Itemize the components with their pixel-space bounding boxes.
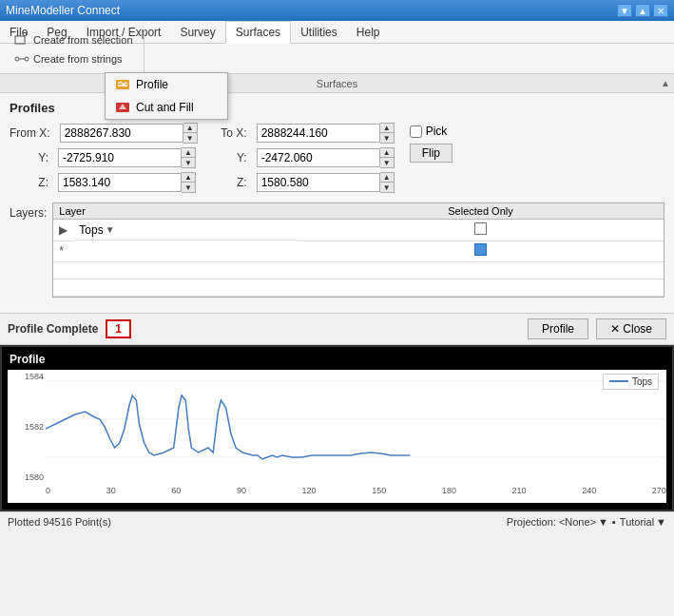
to-x-up[interactable]: ▲ (380, 124, 394, 133)
from-x-down[interactable]: ▼ (183, 133, 197, 143)
profile-menu-item[interactable]: Profile (106, 73, 227, 96)
from-x-input-group: ▲ ▼ (60, 123, 198, 144)
asterisk-checkbox[interactable] (474, 243, 487, 256)
from-y-down[interactable]: ▼ (182, 158, 195, 167)
layers-table-container: Layer Selected Only ▶ Tops ▼ (52, 202, 664, 298)
x-label-0: 0 (46, 486, 50, 495)
y-label-1584: 1584 (10, 372, 44, 381)
from-z-down[interactable]: ▼ (182, 183, 195, 192)
chart-legend: Tops (603, 374, 659, 390)
to-z-down[interactable]: ▼ (380, 183, 394, 192)
asterisk-cell: * (53, 241, 73, 261)
pick-flip-group: Pick Flip (410, 123, 453, 163)
to-x-input[interactable] (257, 124, 380, 143)
svg-point-4 (25, 57, 29, 61)
pick-label: Pick (426, 125, 448, 138)
profile-complete-label: Profile Complete (8, 322, 98, 336)
create-from-strings-button[interactable]: Create from strings (11, 50, 136, 67)
svg-rect-8 (116, 80, 129, 89)
from-y-spinner: ▲ ▼ (182, 147, 196, 168)
legend-label: Tops (632, 376, 652, 387)
form-area: From X: ▲ ▼ Y: ▲ ▼ (10, 123, 664, 193)
cut-and-fill-menu-item[interactable]: Cut and Fill (106, 96, 227, 119)
close-window-button[interactable]: ✕ (653, 4, 668, 17)
empty-name-cell (73, 241, 298, 261)
status-right: Projection: <None> ▼ ▪ Tutorial ▼ (507, 516, 666, 528)
menu-utilities[interactable]: Utilities (291, 21, 347, 43)
from-x-label: From X: (10, 126, 54, 140)
to-y-down[interactable]: ▼ (380, 158, 394, 167)
tutorial-dropdown-arrow: ▼ (656, 516, 666, 528)
layer-dropdown-arrow[interactable]: ▼ (106, 224, 115, 235)
from-x-spinner: ▲ ▼ (183, 123, 198, 144)
x-label-150: 150 (372, 486, 386, 495)
from-x-up[interactable]: ▲ (183, 124, 197, 133)
main-content: Profiles From X: ▲ ▼ Y: ▲ (0, 93, 674, 313)
projection-dropdown-arrow: ▼ (598, 516, 608, 528)
layer-name-cell: Tops ▼ (73, 220, 298, 241)
x-label-90: 90 (237, 486, 246, 495)
profile-button[interactable]: Profile (528, 318, 588, 339)
expand-icon[interactable]: ▶ (59, 223, 67, 237)
x-label-60: 60 (171, 486, 181, 495)
from-y-input-group: ▲ ▼ (58, 147, 196, 168)
from-z-input[interactable] (58, 173, 182, 192)
pick-checkbox[interactable] (410, 125, 422, 138)
create-strings-icon (14, 51, 29, 67)
to-z-up[interactable]: ▲ (380, 173, 394, 183)
selected-only-cell (298, 220, 664, 241)
empty-row-1 (53, 261, 664, 279)
x-label-120: 120 (302, 486, 317, 495)
chart-x-axis: 0 30 60 90 120 150 180 210 240 270 (46, 484, 666, 503)
from-z-up[interactable]: ▲ (182, 173, 195, 183)
to-y-input[interactable] (257, 148, 380, 167)
chart-svg (46, 372, 666, 484)
tutorial-label: Tutorial (620, 516, 654, 528)
table-row: * (53, 241, 664, 261)
projection-dropdown[interactable]: Projection: <None> ▼ (507, 516, 608, 528)
toolbar: Create from selection Create from string… (0, 44, 674, 74)
tutorial-dropdown[interactable]: Tutorial ▼ (620, 516, 666, 528)
from-z-spinner: ▲ ▼ (182, 172, 196, 193)
menu-surfaces[interactable]: Surfaces (225, 21, 291, 44)
close-button[interactable]: ✕ Close (596, 318, 666, 339)
y-label-1580: 1580 (10, 472, 44, 482)
surfaces-dropdown: Profile Cut and Fill (105, 72, 228, 120)
profile-menu-icon (115, 77, 130, 92)
to-z-input-group: ▲ ▼ (257, 172, 395, 193)
from-y-input[interactable] (58, 148, 182, 167)
pick-checkbox-group: Pick (410, 125, 453, 138)
from-y-up[interactable]: ▲ (182, 148, 195, 158)
selected-only-header: Selected Only (298, 203, 664, 220)
status-bar: Plotted 94516 Point(s) Projection: <None… (0, 511, 674, 532)
title-bar: MineModeller Connect ▼ ▲ ✕ (0, 0, 674, 21)
x-label-210: 210 (512, 486, 527, 495)
create-from-selection-button[interactable]: Create from selection (11, 31, 136, 48)
to-x-input-group: ▲ ▼ (257, 123, 395, 144)
menu-survey[interactable]: Survey (170, 21, 224, 43)
flip-button[interactable]: Flip (410, 144, 453, 163)
minimize-button[interactable]: ▼ (617, 4, 632, 17)
cut-fill-menu-icon (115, 100, 130, 115)
x-label-270: 270 (652, 486, 666, 495)
chart-inner: 1584 1582 1580 0 30 60 90 120 150 180 2 (8, 370, 666, 503)
to-z-input[interactable] (257, 173, 380, 192)
menu-help[interactable]: Help (347, 21, 390, 43)
status-badge: 1 (106, 319, 131, 338)
section-collapse-button[interactable]: ▲ (661, 78, 670, 88)
selected-only-checkbox[interactable] (474, 222, 487, 235)
from-z-label: Z: (10, 176, 52, 189)
maximize-button[interactable]: ▲ (635, 4, 650, 17)
chart-plot (46, 372, 666, 484)
section-label-text: Surfaces (317, 78, 357, 89)
create-strings-label: Create from strings (33, 53, 123, 65)
to-x-down[interactable]: ▼ (380, 133, 394, 143)
to-y-up[interactable]: ▲ (380, 148, 394, 158)
to-x-spinner: ▲ ▼ (380, 123, 395, 144)
empty-row-2 (53, 279, 664, 296)
x-label-240: 240 (582, 486, 596, 495)
profile-dropdown-label: Profile (136, 78, 168, 91)
to-z-label: Z: (213, 176, 251, 189)
x-label-30: 30 (106, 486, 116, 495)
from-x-input[interactable] (60, 124, 183, 143)
